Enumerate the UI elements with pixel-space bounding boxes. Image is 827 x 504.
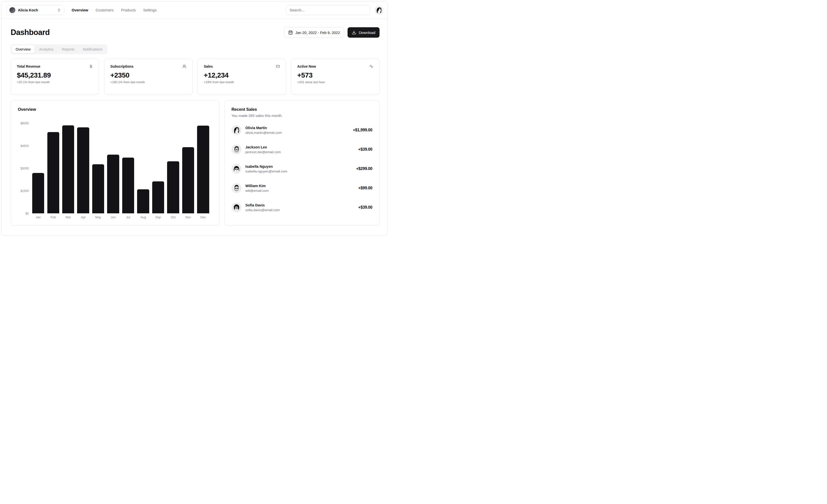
sale-email: olivia.martin@email.com xyxy=(245,131,282,135)
tab-analytics[interactable]: Analytics xyxy=(35,45,57,53)
y-tick-6000: $6000 xyxy=(20,122,29,125)
x-tick-may: May xyxy=(91,215,106,219)
y-tick-1500: $1500 xyxy=(20,189,29,193)
user-menu-button[interactable] xyxy=(375,6,384,15)
top-bar: Alicia Koch Overview Customers Products … xyxy=(1,1,387,19)
main-row: Overview $0$1500$3000$4500$6000 JanFebMa… xyxy=(11,100,380,226)
topbar-right xyxy=(286,5,384,15)
stats-row: Total Revenue $45,231.89 +20.1% from las… xyxy=(11,59,380,95)
calendar-icon xyxy=(288,30,293,35)
recent-sales-subtitle: You made 265 sales this month. xyxy=(232,114,372,118)
x-tick-apr: Apr xyxy=(76,215,91,219)
avatar-william-kim xyxy=(232,183,241,193)
recent-sales-list: Olivia Martin olivia.martin@email.com +$… xyxy=(232,125,372,212)
download-icon xyxy=(352,30,356,35)
nav-item-overview[interactable]: Overview xyxy=(71,8,88,12)
overview-chart-card: Overview $0$1500$3000$4500$6000 JanFebMa… xyxy=(11,100,220,226)
sale-row-olivia-martin: Olivia Martin olivia.martin@email.com +$… xyxy=(232,125,372,135)
bar-may xyxy=(91,123,106,213)
y-tick-3000: $3000 xyxy=(20,167,29,170)
bar-jun xyxy=(106,123,120,213)
sale-amount: +$39.00 xyxy=(358,205,372,210)
sale-row-jackson-lee: Jackson Lee jackson.lee@email.com +$39.0… xyxy=(232,145,372,154)
stat-card-active-now: Active Now +573 +201 since last hour xyxy=(291,59,380,95)
x-tick-oct: Oct xyxy=(165,215,181,219)
x-tick-jul: Jul xyxy=(121,215,136,219)
x-tick-feb: Feb xyxy=(46,215,60,219)
chart-y-axis: $0$1500$3000$4500$6000 xyxy=(18,123,31,213)
stat-title: Active Now xyxy=(297,64,316,68)
sale-amount: +$299.00 xyxy=(356,166,372,171)
tab-overview[interactable]: Overview xyxy=(12,45,35,53)
stat-change: +20.1% from last month xyxy=(17,81,93,84)
stat-title: Total Revenue xyxy=(17,64,40,68)
overview-bar-chart: $0$1500$3000$4500$6000 JanFebMarAprMayJu… xyxy=(18,123,212,219)
team-avatar xyxy=(9,7,15,13)
sale-name: Sofia Davis xyxy=(245,203,280,207)
stat-change: +201 since last hour xyxy=(297,81,373,84)
dollar-sign-icon xyxy=(89,64,93,68)
page-title: Dashboard xyxy=(11,28,50,37)
sale-amount: +$1,999.00 xyxy=(353,128,372,132)
search-input[interactable] xyxy=(286,5,370,15)
bar-jan xyxy=(31,123,46,213)
nav-item-products[interactable]: Products xyxy=(121,8,136,12)
header-actions: Jan 20, 2022 - Feb 9, 2022 Download xyxy=(284,27,380,38)
sale-row-sofia-davis: Sofia Davis sofia.davis@email.com +$39.0… xyxy=(232,202,372,212)
sale-name: Olivia Martin xyxy=(245,126,282,130)
bar-mar xyxy=(61,123,76,213)
app-window: Alicia Koch Overview Customers Products … xyxy=(1,1,388,236)
users-icon xyxy=(183,64,186,68)
sale-amount: +$99.00 xyxy=(358,186,372,190)
y-tick-0: $0 xyxy=(26,212,29,215)
dashboard-content: Dashboard Jan 20, 2022 - Feb 9, 2022 Dow… xyxy=(1,19,387,226)
date-range-label: Jan 20, 2022 - Feb 9, 2022 xyxy=(295,31,340,35)
x-tick-nov: Nov xyxy=(181,215,196,219)
tab-reports[interactable]: Reports xyxy=(58,45,78,53)
x-tick-aug: Aug xyxy=(136,215,150,219)
stat-change: +19% from last month xyxy=(204,81,280,84)
chevrons-up-down-icon xyxy=(57,8,61,12)
user-avatar xyxy=(375,6,384,15)
chart-bars xyxy=(31,123,211,213)
team-name: Alicia Koch xyxy=(18,8,54,12)
bar-jul xyxy=(121,123,136,213)
x-tick-dec: Dec xyxy=(196,215,210,219)
sale-name: William Kim xyxy=(245,184,269,188)
sale-name: Isabella Nguyen xyxy=(245,164,287,168)
date-range-picker[interactable]: Jan 20, 2022 - Feb 9, 2022 xyxy=(284,27,344,38)
download-button[interactable]: Download xyxy=(348,27,380,38)
tab-notifications[interactable]: Notifications xyxy=(79,45,106,53)
page-header: Dashboard Jan 20, 2022 - Feb 9, 2022 Dow… xyxy=(11,27,380,38)
sale-row-william-kim: William Kim will@email.com +$99.00 xyxy=(232,183,372,193)
sale-email: jackson.lee@email.com xyxy=(245,150,281,154)
stat-title: Subscriptions xyxy=(110,64,133,68)
x-tick-jun: Jun xyxy=(106,215,120,219)
download-label: Download xyxy=(359,31,375,35)
bar-feb xyxy=(46,123,60,213)
stat-value: +2350 xyxy=(110,71,186,79)
avatar-olivia-martin xyxy=(232,125,241,135)
stat-value: +573 xyxy=(297,71,373,79)
team-switcher[interactable]: Alicia Koch xyxy=(6,5,64,15)
sale-row-isabella-nguyen: Isabella Nguyen isabella.nguyen@email.co… xyxy=(232,164,372,174)
sale-name: Jackson Lee xyxy=(245,145,281,149)
nav-item-customers[interactable]: Customers xyxy=(96,8,114,12)
chart-title: Overview xyxy=(18,107,212,112)
activity-icon xyxy=(370,64,373,68)
recent-sales-title: Recent Sales xyxy=(232,107,372,112)
stat-value: +12,234 xyxy=(204,71,280,79)
credit-card-icon xyxy=(276,64,280,68)
stat-title: Sales xyxy=(204,64,213,68)
sale-email: sofia.davis@email.com xyxy=(245,208,280,212)
sale-email: will@email.com xyxy=(245,189,269,193)
nav-item-settings[interactable]: Settings xyxy=(143,8,156,12)
bar-nov xyxy=(181,123,196,213)
avatar-isabella-nguyen xyxy=(232,164,241,174)
x-tick-mar: Mar xyxy=(61,215,76,219)
bar-apr xyxy=(76,123,91,213)
stat-value: $45,231.89 xyxy=(17,71,93,79)
tabs-bar: Overview Analytics Reports Notifications xyxy=(11,44,107,54)
main-nav: Overview Customers Products Settings xyxy=(71,8,157,12)
avatar-sofia-davis xyxy=(232,202,241,212)
